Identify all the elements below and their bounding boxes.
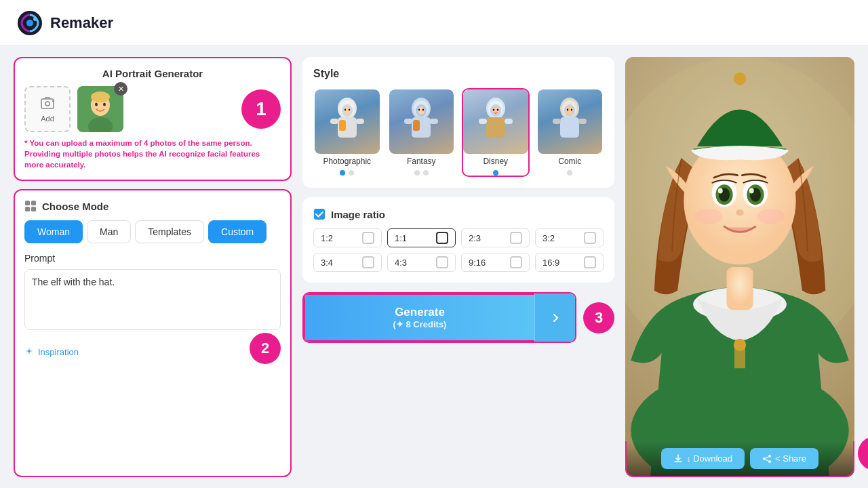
ratio-2-3-label: 2:3: [469, 233, 481, 243]
ratio-2-3-checkbox[interactable]: [510, 232, 522, 244]
style-title: Style: [313, 68, 604, 80]
ratio-checkbox-icon: [313, 208, 326, 220]
mode-section: Choose Mode Woman Man Templates Custom P…: [14, 189, 292, 477]
mode-tab-woman[interactable]: Woman: [24, 220, 83, 243]
generate-button[interactable]: Generate (✦ 8 Credits): [304, 293, 534, 342]
fantasy-dot: [414, 170, 420, 176]
generate-button-container: Generate (✦ 8 Credits): [302, 292, 576, 343]
svg-rect-15: [25, 207, 30, 211]
svg-point-41: [492, 108, 494, 110]
svg-point-21: [344, 108, 346, 110]
svg-point-71: [718, 188, 723, 193]
chevron-right-icon: [549, 311, 562, 325]
share-icon: [762, 454, 772, 464]
mode-tab-custom[interactable]: Custom: [208, 220, 267, 243]
ratio-1-1-checkbox[interactable]: [436, 232, 448, 244]
ratio-1-2[interactable]: 1:2: [313, 228, 382, 247]
ratio-1-1-label: 1:1: [395, 233, 407, 243]
ratio-1-2-checkbox[interactable]: [362, 232, 374, 244]
style-card-photographic[interactable]: Photographic: [313, 88, 381, 177]
svg-point-74: [694, 209, 722, 224]
upload-section: AI Portrait Generator Add: [14, 57, 292, 181]
svg-point-73: [736, 209, 743, 216]
step-1-badge: 1: [241, 89, 281, 129]
ratio-9-16[interactable]: 9:16: [461, 253, 530, 272]
right-wrapper: ↓ Download < Share 4: [625, 57, 854, 477]
mode-icon: [24, 200, 37, 212]
svg-point-32: [422, 108, 424, 110]
generate-label: Generate: [316, 306, 524, 319]
comic-preview: [538, 89, 603, 154]
disney-label: Disney: [463, 154, 528, 167]
inspiration-button[interactable]: Inspiration: [24, 347, 79, 357]
svg-point-31: [418, 108, 420, 110]
photographic-dot: [340, 170, 345, 176]
fantasy-astronaut: [397, 92, 445, 152]
right-panel: ↓ Download < Share 4: [625, 57, 854, 477]
disney-astronaut: [472, 92, 519, 152]
remove-photo-button[interactable]: ✕: [114, 82, 127, 96]
app-name: Remaker: [50, 14, 113, 32]
mode-tab-templates[interactable]: Templates: [135, 220, 204, 243]
ratio-2-3[interactable]: 2:3: [461, 228, 530, 247]
ratio-16-9[interactable]: 16:9: [535, 253, 604, 272]
upload-hint: * You can upload a maximum of 4 photos o…: [24, 138, 281, 170]
download-icon: [673, 454, 683, 464]
svg-rect-36: [430, 119, 438, 124]
middle-panel: Style: [302, 57, 614, 477]
ratio-16-9-checkbox[interactable]: [584, 256, 596, 268]
fantasy-preview: [389, 89, 454, 154]
photographic-label: Photographic: [315, 154, 380, 167]
ratio-3-4[interactable]: 3:4: [313, 253, 382, 272]
photographic-astronaut: [323, 92, 371, 152]
add-photo-button[interactable]: Add: [24, 86, 71, 132]
ratio-4-3[interactable]: 4:3: [387, 253, 456, 272]
svg-line-80: [766, 460, 768, 461]
share-button[interactable]: < Share: [750, 448, 818, 469]
disney-dot: [493, 170, 498, 176]
ratio-3-2-checkbox[interactable]: [584, 232, 596, 244]
svg-rect-62: [726, 267, 753, 310]
comic-astronaut: [546, 92, 593, 152]
ratio-4-3-checkbox[interactable]: [436, 256, 448, 268]
download-label: ↓ Download: [686, 453, 732, 464]
svg-point-50: [567, 108, 568, 110]
svg-point-78: [768, 460, 771, 463]
svg-rect-3: [41, 99, 54, 108]
generate-credits: (✦ 8 Credits): [316, 319, 524, 329]
style-section: Style: [302, 57, 614, 188]
svg-rect-13: [25, 201, 30, 205]
ratio-4-3-label: 4:3: [395, 258, 407, 268]
add-photo-icon: [39, 96, 56, 112]
svg-point-76: [768, 455, 771, 458]
add-label: Add: [41, 115, 54, 123]
style-card-comic[interactable]: Comic: [536, 88, 604, 177]
mode-tab-man[interactable]: Man: [87, 220, 131, 243]
ratio-section: Image ratio 1:2 1:1 2: [302, 197, 614, 283]
svg-point-72: [749, 188, 754, 193]
svg-rect-26: [356, 119, 364, 124]
inspiration-label: Inspiration: [38, 347, 79, 357]
step-4-badge: 4: [858, 436, 868, 470]
prompt-textarea[interactable]: The elf with the hat.: [24, 269, 281, 330]
style-cards: Photographic: [313, 88, 604, 177]
step-2-badge: 2: [250, 333, 281, 364]
ratio-1-1[interactable]: 1:1: [387, 228, 456, 247]
style-card-disney[interactable]: Disney: [462, 88, 530, 177]
image-actions-bar: ↓ Download < Share: [625, 441, 854, 477]
generate-more-button[interactable]: [534, 293, 575, 342]
ratio-3-4-checkbox[interactable]: [362, 256, 374, 268]
ratio-header: Image ratio: [313, 208, 604, 220]
ratio-9-16-checkbox[interactable]: [510, 256, 522, 268]
style-card-fantasy[interactable]: Fantasy: [388, 88, 456, 177]
svg-point-51: [571, 108, 572, 110]
download-button[interactable]: ↓ Download: [661, 448, 745, 469]
svg-point-10: [95, 103, 98, 106]
photographic-preview: [315, 89, 380, 154]
sparkle-icon: [24, 347, 34, 357]
uploaded-photo: ✕: [77, 86, 123, 132]
photographic-dot2: [349, 170, 354, 176]
ratio-3-2[interactable]: 3:2: [535, 228, 604, 247]
upload-area: Add: [24, 86, 281, 132]
elf-illustration: [625, 57, 854, 477]
